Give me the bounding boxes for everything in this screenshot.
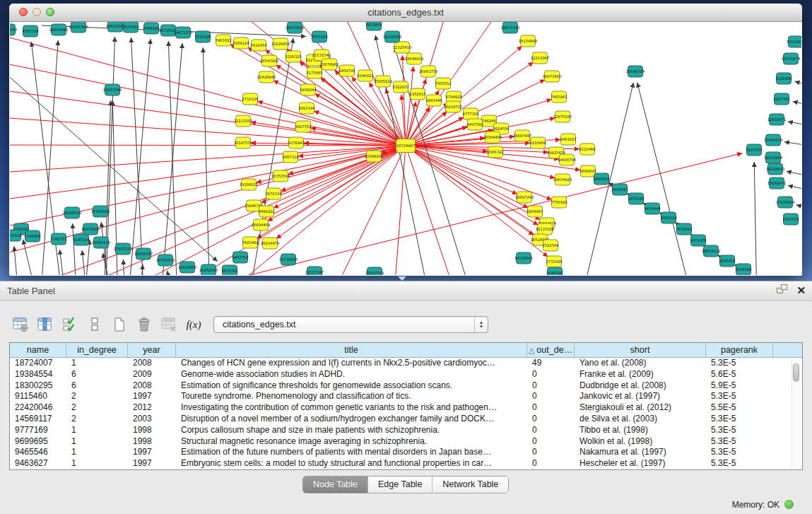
column-header-in_degree[interactable]: in_degree bbox=[66, 343, 128, 357]
table-row[interactable]: 1830029562008Estimation of significance … bbox=[10, 380, 802, 392]
table-row[interactable]: 911546021997Tourette syndrome. Phenomeno… bbox=[10, 391, 802, 402]
column-header-name[interactable]: name bbox=[10, 343, 66, 357]
citation-graph[interactable]: 1872400718300295746382281601248912954132… bbox=[10, 22, 801, 275]
window-titlebar[interactable]: citations_edges.txt bbox=[9, 4, 802, 22]
status-bar: Memory: OK bbox=[732, 495, 812, 514]
cell: de Silva et al. (2003) bbox=[575, 414, 706, 425]
graph-node-label: 8912954 bbox=[250, 43, 267, 47]
graph-node-label: 16648784 bbox=[626, 69, 645, 74]
float-panel-button[interactable] bbox=[775, 283, 789, 298]
table-chooser-dropdown[interactable]: citations_edges.txt ▲▼ bbox=[213, 316, 488, 333]
graph-node-label: 7756928 bbox=[551, 200, 567, 204]
graph-node-label: 12975185 bbox=[553, 115, 572, 119]
cell: 18300295 bbox=[10, 380, 66, 392]
cell: Dudbridge et al. (2008) bbox=[575, 380, 706, 392]
cell: Wolkin et al. (1998) bbox=[575, 436, 706, 448]
cell: Tourette syndrome. Phenomenology and cla… bbox=[176, 391, 527, 402]
table-row[interactable]: 977716911998Corpus callosum shape and si… bbox=[10, 425, 802, 436]
table-row[interactable]: 2242004622012Investigating the contribut… bbox=[10, 402, 802, 414]
cell: Disruption of a novel member of a sodium… bbox=[176, 414, 527, 425]
cell: 5.5E-5 bbox=[706, 402, 773, 414]
graph-node-label: 16353594 bbox=[271, 174, 290, 178]
table-row[interactable]: 1456911722003Disruption of a novel membe… bbox=[10, 414, 802, 425]
delete-table-button[interactable] bbox=[160, 315, 178, 334]
cell: 0 bbox=[527, 369, 575, 380]
graph-node-label: 10654112 bbox=[702, 249, 721, 253]
table-row[interactable]: 969969511998Structural magnetic resonanc… bbox=[10, 436, 802, 448]
node-table[interactable]: namein_degreeyeartitle△out_de…shortpager… bbox=[9, 342, 803, 470]
scrollbar-thumb[interactable] bbox=[793, 363, 799, 382]
table-tabs: Node Table Edge Table Network Table bbox=[302, 476, 509, 493]
cell: Structural magnetic resonance image aver… bbox=[176, 436, 527, 448]
cell: 6 bbox=[66, 369, 128, 380]
graph-node-label: 10973493 bbox=[543, 74, 562, 78]
cell: Genome-wide association studies in ADHD. bbox=[176, 369, 527, 380]
tab-network-table[interactable]: Network Table bbox=[433, 477, 508, 493]
graph-node-label: 10975887 bbox=[81, 227, 100, 231]
graph-node-label: 9284067 bbox=[526, 209, 543, 214]
graph-node-label: 8878334 bbox=[265, 192, 282, 196]
graph-node-label: 22881364 bbox=[69, 25, 88, 29]
cell: 0 bbox=[527, 380, 575, 392]
table-chooser-value: citations_edges.txt bbox=[223, 320, 296, 329]
cell: 19384554 bbox=[10, 369, 66, 380]
graph-node-label: 9903448 bbox=[425, 98, 442, 103]
table-row[interactable]: 946362711997Embryonic stem cells: a mode… bbox=[10, 458, 802, 469]
cell: Yano et al. (2008) bbox=[575, 358, 706, 369]
column-header-out_de[interactable]: △out_de… bbox=[527, 343, 575, 357]
graph-node-label: 6466160 bbox=[143, 26, 159, 30]
table-row[interactable]: 1938455462009Genome-wide association stu… bbox=[10, 369, 802, 380]
new-column-button[interactable] bbox=[110, 315, 129, 334]
cell: 5.3E-5 bbox=[706, 414, 773, 425]
show-columns-button[interactable] bbox=[36, 315, 54, 334]
column-header-short[interactable]: short bbox=[575, 343, 706, 357]
graph-node-label: 16115182 bbox=[536, 227, 555, 231]
close-panel-button[interactable]: ✕ bbox=[796, 284, 806, 297]
graph-node-label: 2986322 bbox=[487, 150, 503, 154]
graph-node-label: 2718126 bbox=[242, 97, 258, 101]
graph-node-label: 18300295 bbox=[365, 154, 384, 158]
cell: 9115460 bbox=[10, 391, 66, 402]
clear-selection-button[interactable] bbox=[86, 315, 104, 334]
tab-edge-table[interactable]: Edge Table bbox=[368, 477, 433, 493]
graph-node-label: 9777169 bbox=[462, 112, 478, 116]
checked-rows-icon bbox=[61, 316, 78, 333]
cell: Nakamura et al. (1997) bbox=[575, 447, 706, 458]
select-rows-button[interactable] bbox=[61, 315, 79, 334]
graph-node-label: 15112034 bbox=[787, 40, 801, 44]
graph-node-label: 7515526 bbox=[194, 35, 211, 39]
cell: 22420046 bbox=[10, 402, 66, 414]
graph-node-label: 8454749 bbox=[339, 69, 355, 73]
cell: 5.3E-5 bbox=[706, 436, 773, 448]
function-icon: f(x) bbox=[187, 319, 201, 331]
graph-node-label: 19654923 bbox=[553, 177, 572, 182]
delete-table-icon bbox=[160, 316, 177, 333]
column-header-title[interactable]: title bbox=[176, 343, 527, 357]
table-options-button[interactable] bbox=[11, 315, 30, 334]
cell: 49 bbox=[527, 358, 575, 369]
column-header-pagerank[interactable]: pagerank bbox=[706, 343, 773, 357]
graph-node-label: 12923468 bbox=[178, 265, 197, 269]
panel-title: Table Panel bbox=[7, 286, 55, 296]
graph-node-label: 9170043 bbox=[288, 141, 304, 145]
tab-node-table[interactable]: Node Table bbox=[303, 477, 368, 493]
graph-node-label: 9245652 bbox=[719, 259, 735, 263]
graph-node-label: 1145193 bbox=[73, 238, 89, 242]
column-header-year[interactable]: year bbox=[128, 343, 176, 357]
delete-column-button[interactable] bbox=[135, 315, 153, 334]
graph-node-label: 9115460 bbox=[579, 147, 595, 151]
table-row[interactable]: 1872400712008Changes of HCN gene express… bbox=[10, 358, 802, 369]
graph-node-label: 8427552 bbox=[295, 124, 311, 129]
graph-node-label: 20871342 bbox=[501, 25, 520, 30]
graph-node-label: 6794028 bbox=[445, 95, 461, 99]
graph-node-label: 15692971 bbox=[767, 181, 787, 185]
memory-status-indicator bbox=[784, 500, 794, 509]
table-row[interactable]: 946554611997Estimation of the future num… bbox=[10, 447, 802, 458]
cell: 14569117 bbox=[10, 414, 66, 425]
table-scrollbar[interactable] bbox=[792, 359, 801, 468]
network-canvas[interactable]: 1872400718300295746382281601248912954132… bbox=[10, 22, 801, 275]
graph-node-label: 15037599 bbox=[365, 271, 384, 275]
function-builder-button[interactable]: f(x) bbox=[184, 315, 203, 334]
graph-node-label: 18724007 bbox=[396, 144, 416, 148]
cell: 1997 bbox=[128, 391, 176, 402]
